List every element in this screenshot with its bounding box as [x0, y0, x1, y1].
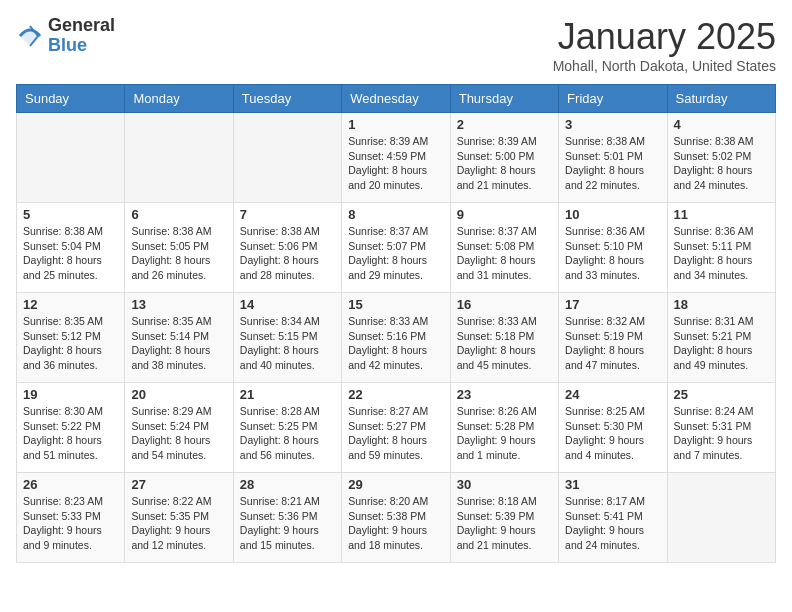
calendar-week-row: 19Sunrise: 8:30 AM Sunset: 5:22 PM Dayli… — [17, 383, 776, 473]
weekday-header-friday: Friday — [559, 85, 667, 113]
day-info: Sunrise: 8:35 AM Sunset: 5:12 PM Dayligh… — [23, 314, 118, 373]
logo-blue-text: Blue — [48, 36, 115, 56]
calendar-cell: 22Sunrise: 8:27 AM Sunset: 5:27 PM Dayli… — [342, 383, 450, 473]
day-info: Sunrise: 8:31 AM Sunset: 5:21 PM Dayligh… — [674, 314, 769, 373]
calendar-cell: 11Sunrise: 8:36 AM Sunset: 5:11 PM Dayli… — [667, 203, 775, 293]
calendar-week-row: 26Sunrise: 8:23 AM Sunset: 5:33 PM Dayli… — [17, 473, 776, 563]
calendar-cell: 14Sunrise: 8:34 AM Sunset: 5:15 PM Dayli… — [233, 293, 341, 383]
calendar-cell — [667, 473, 775, 563]
calendar-cell: 4Sunrise: 8:38 AM Sunset: 5:02 PM Daylig… — [667, 113, 775, 203]
weekday-header-thursday: Thursday — [450, 85, 558, 113]
logo: General Blue — [16, 16, 115, 56]
calendar-cell: 1Sunrise: 8:39 AM Sunset: 4:59 PM Daylig… — [342, 113, 450, 203]
day-info: Sunrise: 8:32 AM Sunset: 5:19 PM Dayligh… — [565, 314, 660, 373]
day-number: 31 — [565, 477, 660, 492]
month-title: January 2025 — [553, 16, 776, 58]
calendar-cell: 12Sunrise: 8:35 AM Sunset: 5:12 PM Dayli… — [17, 293, 125, 383]
day-number: 4 — [674, 117, 769, 132]
calendar-cell: 26Sunrise: 8:23 AM Sunset: 5:33 PM Dayli… — [17, 473, 125, 563]
calendar-week-row: 5Sunrise: 8:38 AM Sunset: 5:04 PM Daylig… — [17, 203, 776, 293]
calendar-cell: 9Sunrise: 8:37 AM Sunset: 5:08 PM Daylig… — [450, 203, 558, 293]
day-info: Sunrise: 8:33 AM Sunset: 5:16 PM Dayligh… — [348, 314, 443, 373]
weekday-header-tuesday: Tuesday — [233, 85, 341, 113]
day-info: Sunrise: 8:26 AM Sunset: 5:28 PM Dayligh… — [457, 404, 552, 463]
day-number: 27 — [131, 477, 226, 492]
calendar-cell: 20Sunrise: 8:29 AM Sunset: 5:24 PM Dayli… — [125, 383, 233, 473]
weekday-header-row: SundayMondayTuesdayWednesdayThursdayFrid… — [17, 85, 776, 113]
calendar-cell: 31Sunrise: 8:17 AM Sunset: 5:41 PM Dayli… — [559, 473, 667, 563]
day-info: Sunrise: 8:36 AM Sunset: 5:10 PM Dayligh… — [565, 224, 660, 283]
day-number: 25 — [674, 387, 769, 402]
day-number: 22 — [348, 387, 443, 402]
day-number: 24 — [565, 387, 660, 402]
day-info: Sunrise: 8:28 AM Sunset: 5:25 PM Dayligh… — [240, 404, 335, 463]
day-number: 6 — [131, 207, 226, 222]
calendar-cell — [17, 113, 125, 203]
day-info: Sunrise: 8:27 AM Sunset: 5:27 PM Dayligh… — [348, 404, 443, 463]
calendar-cell: 3Sunrise: 8:38 AM Sunset: 5:01 PM Daylig… — [559, 113, 667, 203]
calendar-table: SundayMondayTuesdayWednesdayThursdayFrid… — [16, 84, 776, 563]
calendar-cell: 27Sunrise: 8:22 AM Sunset: 5:35 PM Dayli… — [125, 473, 233, 563]
logo-general-text: General — [48, 16, 115, 36]
title-area: January 2025 Mohall, North Dakota, Unite… — [553, 16, 776, 74]
calendar-week-row: 12Sunrise: 8:35 AM Sunset: 5:12 PM Dayli… — [17, 293, 776, 383]
day-info: Sunrise: 8:38 AM Sunset: 5:04 PM Dayligh… — [23, 224, 118, 283]
logo-icon — [16, 22, 44, 50]
calendar-cell: 24Sunrise: 8:25 AM Sunset: 5:30 PM Dayli… — [559, 383, 667, 473]
location-text: Mohall, North Dakota, United States — [553, 58, 776, 74]
day-info: Sunrise: 8:38 AM Sunset: 5:02 PM Dayligh… — [674, 134, 769, 193]
day-info: Sunrise: 8:35 AM Sunset: 5:14 PM Dayligh… — [131, 314, 226, 373]
calendar-week-row: 1Sunrise: 8:39 AM Sunset: 4:59 PM Daylig… — [17, 113, 776, 203]
day-number: 7 — [240, 207, 335, 222]
calendar-cell: 10Sunrise: 8:36 AM Sunset: 5:10 PM Dayli… — [559, 203, 667, 293]
day-info: Sunrise: 8:39 AM Sunset: 5:00 PM Dayligh… — [457, 134, 552, 193]
day-info: Sunrise: 8:17 AM Sunset: 5:41 PM Dayligh… — [565, 494, 660, 553]
day-info: Sunrise: 8:39 AM Sunset: 4:59 PM Dayligh… — [348, 134, 443, 193]
day-number: 21 — [240, 387, 335, 402]
day-info: Sunrise: 8:22 AM Sunset: 5:35 PM Dayligh… — [131, 494, 226, 553]
calendar-cell: 30Sunrise: 8:18 AM Sunset: 5:39 PM Dayli… — [450, 473, 558, 563]
day-info: Sunrise: 8:23 AM Sunset: 5:33 PM Dayligh… — [23, 494, 118, 553]
day-number: 19 — [23, 387, 118, 402]
calendar-cell: 6Sunrise: 8:38 AM Sunset: 5:05 PM Daylig… — [125, 203, 233, 293]
calendar-cell: 28Sunrise: 8:21 AM Sunset: 5:36 PM Dayli… — [233, 473, 341, 563]
day-number: 29 — [348, 477, 443, 492]
calendar-cell: 23Sunrise: 8:26 AM Sunset: 5:28 PM Dayli… — [450, 383, 558, 473]
day-number: 20 — [131, 387, 226, 402]
day-info: Sunrise: 8:37 AM Sunset: 5:07 PM Dayligh… — [348, 224, 443, 283]
day-info: Sunrise: 8:18 AM Sunset: 5:39 PM Dayligh… — [457, 494, 552, 553]
day-number: 28 — [240, 477, 335, 492]
day-info: Sunrise: 8:38 AM Sunset: 5:01 PM Dayligh… — [565, 134, 660, 193]
day-number: 2 — [457, 117, 552, 132]
day-number: 23 — [457, 387, 552, 402]
day-number: 9 — [457, 207, 552, 222]
day-number: 14 — [240, 297, 335, 312]
day-number: 26 — [23, 477, 118, 492]
day-number: 8 — [348, 207, 443, 222]
day-number: 10 — [565, 207, 660, 222]
calendar-cell: 5Sunrise: 8:38 AM Sunset: 5:04 PM Daylig… — [17, 203, 125, 293]
calendar-cell — [233, 113, 341, 203]
day-info: Sunrise: 8:25 AM Sunset: 5:30 PM Dayligh… — [565, 404, 660, 463]
day-number: 16 — [457, 297, 552, 312]
day-number: 17 — [565, 297, 660, 312]
day-info: Sunrise: 8:29 AM Sunset: 5:24 PM Dayligh… — [131, 404, 226, 463]
calendar-cell: 15Sunrise: 8:33 AM Sunset: 5:16 PM Dayli… — [342, 293, 450, 383]
day-info: Sunrise: 8:36 AM Sunset: 5:11 PM Dayligh… — [674, 224, 769, 283]
weekday-header-wednesday: Wednesday — [342, 85, 450, 113]
calendar-cell: 29Sunrise: 8:20 AM Sunset: 5:38 PM Dayli… — [342, 473, 450, 563]
day-number: 18 — [674, 297, 769, 312]
calendar-cell: 16Sunrise: 8:33 AM Sunset: 5:18 PM Dayli… — [450, 293, 558, 383]
logo-text: General Blue — [48, 16, 115, 56]
weekday-header-sunday: Sunday — [17, 85, 125, 113]
weekday-header-monday: Monday — [125, 85, 233, 113]
day-info: Sunrise: 8:38 AM Sunset: 5:06 PM Dayligh… — [240, 224, 335, 283]
day-info: Sunrise: 8:38 AM Sunset: 5:05 PM Dayligh… — [131, 224, 226, 283]
weekday-header-saturday: Saturday — [667, 85, 775, 113]
calendar-cell: 18Sunrise: 8:31 AM Sunset: 5:21 PM Dayli… — [667, 293, 775, 383]
day-info: Sunrise: 8:20 AM Sunset: 5:38 PM Dayligh… — [348, 494, 443, 553]
calendar-cell: 17Sunrise: 8:32 AM Sunset: 5:19 PM Dayli… — [559, 293, 667, 383]
day-number: 11 — [674, 207, 769, 222]
day-info: Sunrise: 8:33 AM Sunset: 5:18 PM Dayligh… — [457, 314, 552, 373]
day-number: 5 — [23, 207, 118, 222]
